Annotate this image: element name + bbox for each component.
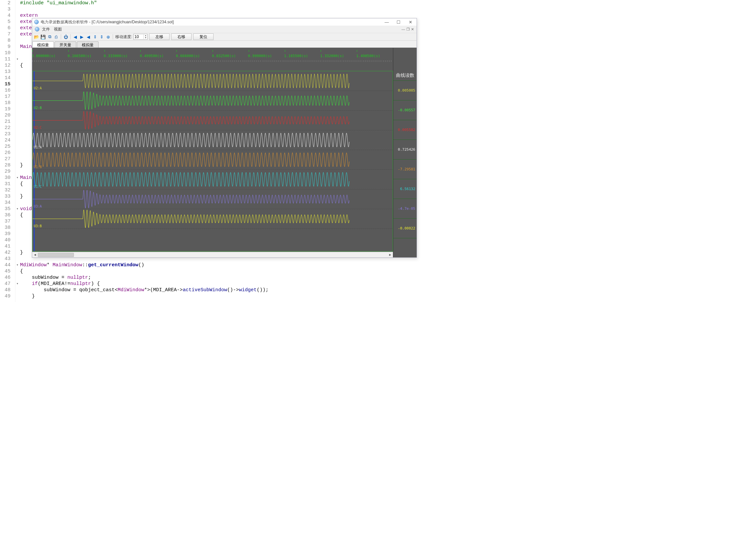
copy-icon[interactable]: ⧉ — [47, 34, 53, 40]
tab-analog-1[interactable]: 模拟量 — [32, 41, 54, 48]
time-tick: 0.333000(s) — [104, 54, 128, 58]
waveform-row[interactable]: U2:B — [33, 91, 393, 111]
nav-prev-icon[interactable]: ▶ — [79, 34, 85, 40]
reading-value: -0.00557 — [393, 101, 417, 120]
titlebar[interactable]: 电力录波数据离线分析软件 - [C:/Users/wangjichuan/Des… — [32, 18, 417, 26]
reading-value: -0.00022 — [393, 219, 417, 238]
waveform-row[interactable]: U1:B — [33, 150, 393, 170]
reading-panel: 曲线读数 0.005005-0.005570.0055820.725426-7.… — [393, 48, 417, 258]
reading-value: 6.56132 — [393, 179, 417, 199]
close-button[interactable]: ✕ — [406, 20, 415, 25]
mdi-minimize-button[interactable]: — — [401, 27, 405, 32]
nav-first-icon[interactable]: ◀ — [72, 34, 78, 40]
speed-label: 移动速度: — [115, 34, 133, 40]
analysis-app-window: 电力录波数据离线分析软件 - [C:/Users/wangjichuan/Des… — [32, 18, 417, 258]
expand-v-icon[interactable]: ⇕ — [92, 34, 98, 40]
waveform-row[interactable]: U1:A — [33, 130, 393, 150]
reading-value: -4.7e-05 — [393, 199, 417, 219]
time-tick: 0.832500(s) — [212, 54, 236, 58]
minimize-button[interactable]: — — [382, 20, 391, 25]
open-icon[interactable]: 📂 — [34, 34, 39, 40]
chart-area: 0.000000(s)0.166500(s)0.333000(s)0.49950… — [32, 48, 417, 258]
time-tick: 1.498500(s) — [356, 54, 380, 58]
move-left-button[interactable]: 左移 — [149, 34, 170, 40]
waveform-row[interactable]: U2:C — [33, 111, 393, 130]
scroll-right-arrow[interactable]: ▶ — [387, 253, 393, 258]
time-tick: 1.165500(s) — [284, 54, 308, 58]
scroll-track[interactable] — [38, 253, 387, 258]
mdi-icon — [35, 27, 39, 32]
app-icon — [34, 20, 39, 24]
waveform-row[interactable]: U3:A — [33, 190, 393, 209]
menu-file[interactable]: 文件 — [42, 27, 50, 32]
zoom-icon[interactable]: ⊕ — [105, 34, 111, 40]
tab-switch[interactable]: 开关量 — [55, 41, 76, 48]
waveform-row[interactable]: U1:C — [33, 170, 393, 190]
time-tick: 1.332000(s) — [320, 54, 344, 58]
mdi-close-button[interactable]: ✕ — [411, 27, 414, 32]
reading-value: 0.005582 — [393, 120, 417, 140]
line-number-gutter: 2345678910111213141516171819202122232425… — [0, 0, 15, 302]
waveform-row[interactable]: U3:B — [33, 209, 393, 229]
fold-column: ▾ ▾ ▾ ▾ ▾ — [15, 0, 19, 302]
window-title: 电力录波数据离线分析软件 - [C:/Users/wangjichuan/Des… — [41, 19, 174, 25]
scroll-left-arrow[interactable]: ◀ — [32, 253, 38, 258]
reading-header: 曲线读数 — [393, 48, 417, 81]
print-icon[interactable]: ⎙ — [53, 34, 59, 40]
mdi-restore-button[interactable]: ❐ — [406, 27, 410, 32]
time-tick: 0.499500(s) — [140, 54, 164, 58]
power-icon[interactable]: ⏻ — [63, 34, 69, 40]
tabbar: 模拟量 开关量 模拟量 — [32, 41, 417, 48]
toolbar: 📂 💾 ⧉ ⎙ ⏻ ◀ ▶ ◀ ⇕ ⇕ ⊕ 移动速度: ▲▼ 左移 右移 复位 — [32, 33, 417, 41]
save-icon[interactable]: 💾 — [40, 34, 46, 40]
move-right-button[interactable]: 右移 — [171, 34, 192, 40]
waveform-row[interactable]: U2:A — [33, 71, 393, 91]
maximize-button[interactable]: ☐ — [394, 20, 403, 25]
time-tick: 0.999000(s) — [248, 54, 272, 58]
collapse-v-icon[interactable]: ⇕ — [99, 34, 104, 40]
plot-region[interactable]: 0.000000(s)0.166500(s)0.333000(s)0.49950… — [32, 48, 393, 258]
time-tick: 0.666000(s) — [176, 54, 200, 58]
time-tick: 0.166500(s) — [68, 54, 92, 58]
reading-value: 0.005005 — [393, 81, 417, 101]
speed-input[interactable] — [134, 34, 144, 39]
reading-value: 0.725426 — [393, 140, 417, 160]
toolbar-sep — [70, 34, 71, 39]
nav-play-icon[interactable]: ◀ — [85, 34, 91, 40]
menubar: 文件 视图 — ❐ ✕ — [32, 26, 417, 33]
toolbar-sep — [61, 34, 61, 39]
menu-view[interactable]: 视图 — [54, 27, 62, 32]
toolbar-sep — [113, 34, 113, 39]
scroll-thumb[interactable] — [38, 253, 74, 257]
reset-button[interactable]: 复位 — [193, 34, 214, 40]
tab-analog-2[interactable]: 模拟量 — [77, 41, 99, 48]
time-tick: 0.000000(s) — [32, 54, 56, 58]
horizontal-scrollbar[interactable]: ◀ ▶ — [32, 252, 393, 258]
speed-spinner[interactable]: ▲▼ — [133, 34, 148, 40]
waveform-stack[interactable]: U2:AU2:BU2:CU1:AU1:BU1:CU3:AU3:B — [32, 71, 393, 252]
time-axis: 0.000000(s)0.166500(s)0.333000(s)0.49950… — [32, 48, 393, 60]
reading-value: -7.29581 — [393, 160, 417, 179]
